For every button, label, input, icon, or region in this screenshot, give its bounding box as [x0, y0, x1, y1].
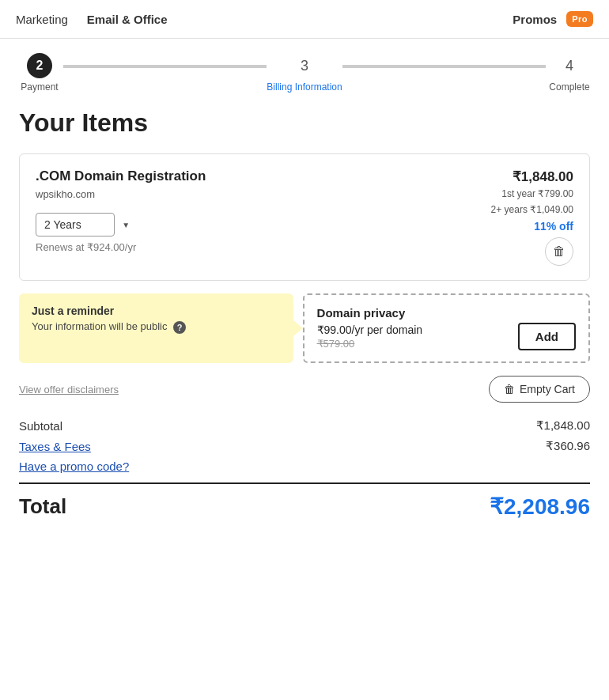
step-line-1: [63, 65, 267, 68]
item-name: .COM Domain Registration: [36, 168, 206, 184]
pro-badge: Pro: [566, 11, 593, 27]
reminder-box: Just a reminder Your information will be…: [19, 293, 293, 363]
item-card: .COM Domain Registration ₹1,848.00 wpsik…: [19, 153, 590, 281]
taxes-label[interactable]: Taxes & Fees: [19, 440, 91, 453]
cart-trash-icon: 🗑: [504, 383, 515, 395]
step-3: 3 Billing Information: [267, 53, 342, 93]
price-detail-2plus: 2+ years ₹1,049.00: [491, 204, 573, 215]
discount-badge: 11% off: [534, 220, 573, 233]
privacy-price: ₹99.00/yr per domain: [317, 324, 423, 336]
progress-section: 2 Payment 3 Billing Information 4 Comple…: [0, 39, 609, 100]
reminder-arrow: [293, 320, 303, 336]
promo-row: Just a reminder Your information will be…: [19, 293, 590, 363]
step-line-2: [342, 65, 546, 68]
step-2-circle: 2: [27, 53, 52, 78]
step-3-label: Billing Information: [267, 81, 342, 93]
total-value: ₹2,208.96: [490, 494, 590, 520]
nav-left: Marketing Email & Office: [16, 13, 168, 26]
step-2-label: Payment: [21, 81, 58, 93]
nav-right: Promos Pro: [513, 11, 593, 27]
footer-row: View offer disclaimers 🗑 Empty Cart: [19, 376, 590, 403]
privacy-title: Domain privacy: [317, 306, 576, 320]
step-2: 2 Payment: [16, 53, 63, 93]
years-select-wrapper[interactable]: 1 Year 2 Years 3 Years 4 Years 5 Years: [36, 213, 136, 236]
domain-privacy-box: Domain privacy ₹99.00/yr per domain ₹579…: [303, 293, 590, 363]
add-privacy-button[interactable]: Add: [518, 323, 576, 350]
total-label: Total: [19, 494, 66, 519]
item-right: 1st year ₹799.00 2+ years ₹1,049.00 11% …: [491, 188, 573, 266]
step-4: 4 Complete: [546, 53, 593, 93]
total-row: Total ₹2,208.96: [19, 494, 590, 520]
main-content: Your Items .COM Domain Registration ₹1,8…: [0, 100, 609, 539]
item-left: wpsikho.com 1 Year 2 Years 3 Years 4 Yea…: [36, 188, 136, 253]
nav-item-marketing[interactable]: Marketing: [16, 13, 68, 26]
empty-cart-button[interactable]: 🗑 Empty Cart: [489, 376, 590, 403]
trash-icon: 🗑: [553, 244, 566, 259]
subtotal-label: Subtotal: [19, 419, 62, 433]
view-disclaimers-link[interactable]: View offer disclaimers: [19, 384, 119, 395]
step-4-number: 4: [566, 53, 573, 78]
delete-button[interactable]: 🗑: [545, 237, 573, 266]
years-select[interactable]: 1 Year 2 Years 3 Years 4 Years 5 Years: [36, 213, 115, 236]
subtotal-value: ₹1,848.00: [536, 418, 590, 433]
privacy-original-price: ₹579.00: [317, 338, 423, 350]
nav-item-email-office[interactable]: Email & Office: [87, 13, 168, 26]
item-domain: wpsikho.com: [36, 188, 136, 200]
subtotal-row: Subtotal ₹1,848.00: [19, 418, 590, 433]
item-price-main: ₹1,848.00: [513, 168, 573, 185]
reminder-title: Just a reminder: [32, 305, 281, 317]
privacy-price-left: ₹99.00/yr per domain ₹579.00: [317, 324, 423, 350]
reminder-text: Your information will be public ?: [32, 320, 281, 334]
price-detail-1st: 1st year ₹799.00: [501, 188, 573, 199]
page-title: Your Items: [19, 108, 590, 138]
summary-divider: [19, 482, 590, 484]
taxes-value: ₹360.96: [546, 439, 590, 453]
step-3-number: 3: [301, 53, 308, 78]
taxes-row: Taxes & Fees ₹360.96: [19, 439, 590, 453]
item-card-header: .COM Domain Registration ₹1,848.00: [36, 168, 573, 185]
step-2-number: 2: [36, 59, 44, 73]
renews-text: Renews at ₹924.00/yr: [36, 241, 136, 253]
question-icon: ?: [173, 321, 186, 334]
privacy-price-row: ₹99.00/yr per domain ₹579.00 Add: [317, 323, 576, 350]
step-4-label: Complete: [549, 81, 589, 93]
top-nav: Marketing Email & Office Promos Pro: [0, 0, 609, 39]
promo-row-summary: Have a promo code?: [19, 460, 590, 473]
nav-promos[interactable]: Promos: [513, 13, 557, 26]
promo-label[interactable]: Have a promo code?: [19, 460, 129, 473]
